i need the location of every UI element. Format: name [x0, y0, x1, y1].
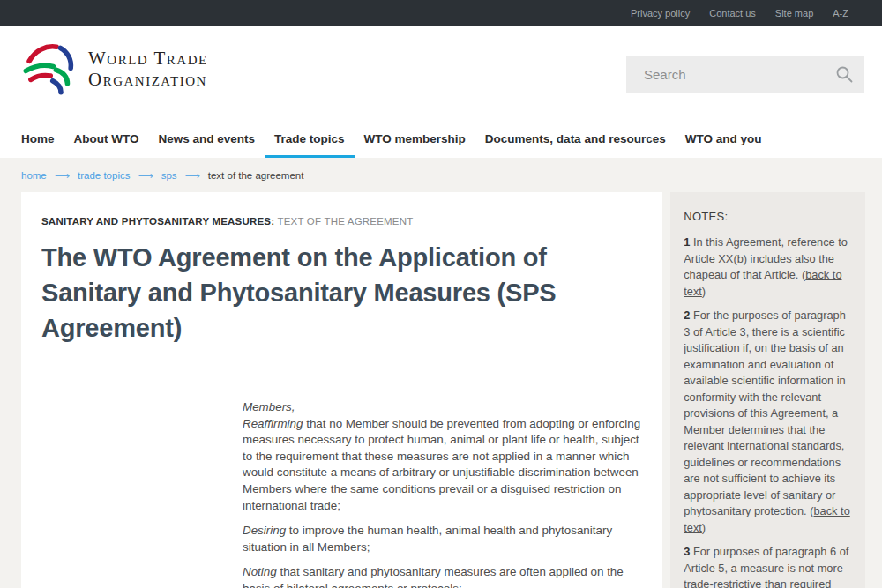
logo-line-2: Organization — [88, 69, 208, 90]
preamble-paragraph-reaffirming: Reaffirming that no Member should be pre… — [243, 416, 650, 515]
nav-item-home[interactable]: Home — [21, 119, 64, 158]
topbar-link-privacy-policy[interactable]: Privacy policy — [631, 8, 690, 19]
search-input[interactable] — [626, 56, 864, 93]
breadcrumb: home ⟶ trade topics ⟶ sps ⟶ text of the … — [21, 158, 865, 192]
preamble-paragraph-desiring: Desiring to improve the human health, an… — [243, 523, 650, 555]
site-header: World Trade Organization — [0, 26, 882, 119]
topbar-link-contact-us[interactable]: Contact us — [709, 8, 756, 19]
wto-logo[interactable]: World Trade Organization — [22, 41, 208, 96]
topbar-link-a-z[interactable]: A-Z — [833, 8, 848, 19]
preamble-paragraph-noting: Noting that sanitary and phytosanitary m… — [243, 564, 650, 588]
page-body: home ⟶ trade topics ⟶ sps ⟶ text of the … — [0, 158, 882, 588]
kicker-subsection: TEXT OF THE AGREEMENT — [277, 216, 413, 227]
nav-item-trade-topics[interactable]: Trade topics — [265, 119, 355, 158]
breadcrumb-arrow-icon: ⟶ — [55, 169, 70, 182]
nav-item-wto-membership[interactable]: WTO membership — [355, 119, 475, 158]
note-1: 1 In this Agreement, reference to Articl… — [684, 234, 851, 300]
breadcrumb-current: text of the agreement — [208, 170, 304, 181]
notes-sidebar: NOTES: 1 In this Agreement, reference to… — [670, 192, 865, 588]
breadcrumb-link-home[interactable]: home — [21, 170, 47, 181]
agreement-preamble: Members, Reaffirming that no Member shou… — [243, 399, 650, 588]
nav-item-wto-and-you[interactable]: WTO and you — [676, 119, 772, 158]
kicker-section: SANITARY AND PHYTOSANITARY MEASURES: — [41, 216, 274, 227]
article-kicker: SANITARY AND PHYTOSANITARY MEASURES: TEX… — [41, 216, 648, 227]
content-columns: SANITARY AND PHYTOSANITARY MEASURES: TEX… — [21, 192, 865, 588]
wto-globe-icon — [22, 41, 77, 96]
note-2: 2 For the purposes of paragraph 3 of Art… — [684, 308, 851, 536]
notes-heading: NOTES: — [684, 210, 851, 223]
search-icon[interactable] — [835, 65, 853, 83]
primary-nav: Home About WTO News and events Trade top… — [0, 119, 882, 158]
logo-line-1: World Trade — [88, 48, 208, 69]
search-box — [626, 56, 864, 93]
wto-logo-text: World Trade Organization — [88, 48, 208, 90]
utility-bar: Privacy policy Contact us Site map A-Z — [0, 0, 882, 26]
article-card: SANITARY AND PHYTOSANITARY MEASURES: TEX… — [21, 192, 662, 588]
breadcrumb-link-trade-topics[interactable]: trade topics — [78, 170, 130, 181]
note-3: 3 For purposes of paragraph 6 of Article… — [684, 544, 851, 588]
page-title: The WTO Agreement on the Application of … — [41, 240, 624, 346]
breadcrumb-arrow-icon: ⟶ — [185, 169, 200, 182]
preamble-members-line: Members, — [243, 399, 650, 416]
nav-item-about-wto[interactable]: About WTO — [64, 119, 149, 158]
nav-item-news-and-events[interactable]: News and events — [149, 119, 265, 158]
title-divider — [41, 376, 648, 376]
topbar-link-site-map[interactable]: Site map — [775, 8, 813, 19]
nav-item-documents-data-resources[interactable]: Documents, data and resources — [475, 119, 676, 158]
breadcrumb-link-sps[interactable]: sps — [161, 170, 177, 181]
breadcrumb-arrow-icon: ⟶ — [138, 169, 153, 182]
